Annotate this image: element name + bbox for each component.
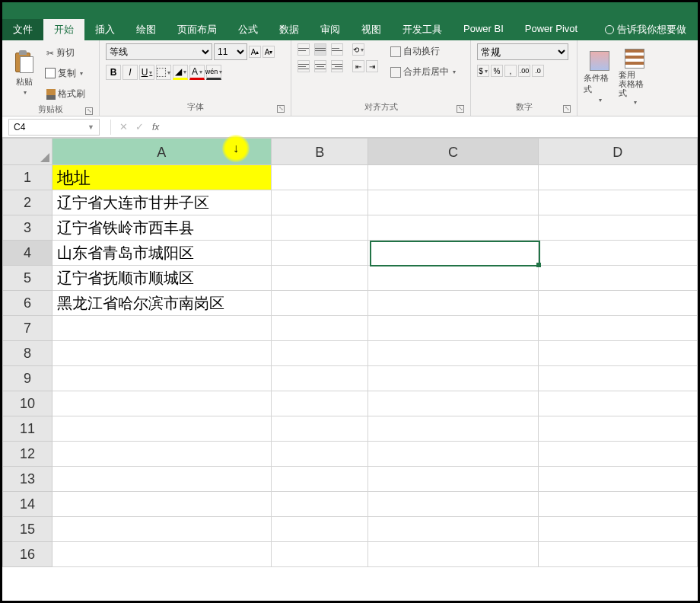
cell[interactable] [539, 467, 698, 492]
table-format-button[interactable]: 套用 表格格式▾ [619, 43, 651, 111]
tell-me[interactable]: 告诉我你想要做 [594, 19, 697, 40]
cell[interactable] [272, 416, 369, 442]
tab-data[interactable]: 数据 [269, 19, 310, 40]
cell[interactable] [539, 165, 698, 190]
cell[interactable] [52, 391, 272, 416]
row-header[interactable]: 12 [2, 442, 52, 467]
cancel-icon[interactable]: ✕ [119, 121, 128, 132]
cell[interactable] [539, 190, 698, 215]
cell[interactable]: 辽宁省抚顺市顺城区 [52, 266, 272, 291]
conditional-format-button[interactable]: 条件格式▾ [584, 43, 616, 111]
font-name-select[interactable]: 等线 [106, 43, 212, 60]
cell[interactable] [368, 492, 538, 517]
align-top-button[interactable] [298, 43, 310, 56]
cell[interactable] [539, 241, 698, 266]
percent-button[interactable]: % [491, 65, 503, 77]
dialog-launcher-icon[interactable]: ⤡ [277, 105, 285, 113]
cell[interactable]: 辽宁省铁岭市西丰县 [52, 215, 272, 241]
cell[interactable] [272, 391, 369, 416]
align-bottom-button[interactable] [331, 43, 343, 56]
fx-icon[interactable]: fx [152, 122, 159, 132]
align-middle-button[interactable] [314, 43, 326, 56]
tab-file[interactable]: 文件 [2, 19, 43, 40]
row-header[interactable]: 15 [2, 517, 52, 542]
row-header[interactable]: 11 [2, 416, 52, 442]
row-header[interactable]: 6 [2, 291, 52, 316]
cell[interactable] [539, 266, 698, 291]
cell[interactable] [52, 366, 272, 391]
font-size-select[interactable]: 11 [214, 43, 247, 60]
bold-button[interactable]: B [106, 65, 121, 80]
tab-formulas[interactable]: 公式 [228, 19, 269, 40]
underline-button[interactable]: U▾ [139, 65, 154, 80]
cell[interactable] [272, 291, 369, 316]
cell[interactable] [52, 492, 272, 517]
number-format-select[interactable]: 常规 [477, 43, 568, 60]
cell[interactable] [368, 341, 538, 366]
cell[interactable] [272, 517, 369, 542]
cell[interactable] [368, 391, 538, 416]
cell[interactable]: 黑龙江省哈尔滨市南岗区 [52, 291, 272, 316]
cell[interactable]: 地址 [52, 165, 272, 190]
font-color-button[interactable]: A▾ [189, 65, 205, 80]
col-header-D[interactable]: D [539, 138, 698, 165]
merge-center-button[interactable]: 合并后居中▾ [387, 64, 459, 80]
cell[interactable] [368, 215, 538, 241]
comma-button[interactable]: , [504, 65, 517, 77]
name-box[interactable]: C4▼ [8, 119, 100, 136]
italic-button[interactable]: I [123, 65, 138, 80]
tab-review[interactable]: 审阅 [310, 19, 351, 40]
cell[interactable] [539, 492, 698, 517]
cut-button[interactable]: ✂剪切 [43, 45, 88, 61]
accounting-format-button[interactable]: $▾ [477, 65, 489, 77]
tab-insert[interactable]: 插入 [84, 19, 126, 40]
cell[interactable] [272, 241, 369, 266]
align-center-button[interactable] [314, 60, 326, 72]
col-header-A[interactable]: A [52, 138, 272, 165]
tab-draw[interactable]: 绘图 [126, 19, 167, 40]
cell[interactable] [368, 442, 538, 467]
cell[interactable] [52, 467, 272, 492]
copy-button[interactable]: 复制▾ [43, 65, 88, 81]
cell[interactable] [272, 467, 369, 492]
cell[interactable] [539, 215, 698, 241]
cell[interactable] [368, 467, 538, 492]
spreadsheet-grid[interactable]: A B C D 1地址2辽宁省大连市甘井子区3辽宁省铁岭市西丰县4山东省青岛市城… [2, 138, 698, 567]
col-header-C[interactable]: C [368, 138, 538, 165]
select-all-corner[interactable] [2, 138, 52, 165]
row-header[interactable]: 7 [2, 316, 52, 341]
increase-decimal-button[interactable]: .00 [518, 65, 530, 77]
tab-view[interactable]: 视图 [351, 19, 392, 40]
cell[interactable] [272, 492, 369, 517]
row-header[interactable]: 2 [2, 190, 52, 215]
row-header[interactable]: 5 [2, 266, 52, 291]
cell[interactable] [368, 190, 538, 215]
tab-powerbi[interactable]: Power BI [453, 19, 514, 40]
tab-dev[interactable]: 开发工具 [392, 19, 453, 40]
cell[interactable] [539, 291, 698, 316]
cell[interactable] [52, 542, 272, 567]
cell[interactable] [272, 366, 369, 391]
dialog-launcher-icon[interactable]: ⤡ [85, 107, 93, 115]
row-header[interactable]: 14 [2, 492, 52, 517]
decrease-decimal-button[interactable]: .0 [532, 65, 544, 77]
dialog-launcher-icon[interactable]: ⤡ [457, 105, 464, 113]
row-header[interactable]: 13 [2, 467, 52, 492]
format-painter-button[interactable]: 格式刷 [43, 86, 88, 102]
cell[interactable] [539, 542, 698, 567]
cell[interactable] [272, 442, 369, 467]
cell[interactable] [368, 316, 538, 341]
cell[interactable] [52, 517, 272, 542]
paste-button[interactable]: 粘贴 ▾ [8, 43, 40, 102]
enter-icon[interactable]: ✓ [135, 121, 144, 132]
row-header[interactable]: 4 [2, 241, 52, 266]
cell[interactable] [539, 517, 698, 542]
increase-font-button[interactable]: A▴ [249, 46, 261, 58]
cell[interactable] [368, 165, 538, 190]
fill-color-button[interactable]: ◢▾ [173, 65, 188, 80]
tab-home[interactable]: 开始 [43, 19, 84, 40]
cell[interactable] [539, 341, 698, 366]
cell[interactable] [52, 316, 272, 341]
cell[interactable] [539, 366, 698, 391]
cell[interactable] [52, 416, 272, 442]
